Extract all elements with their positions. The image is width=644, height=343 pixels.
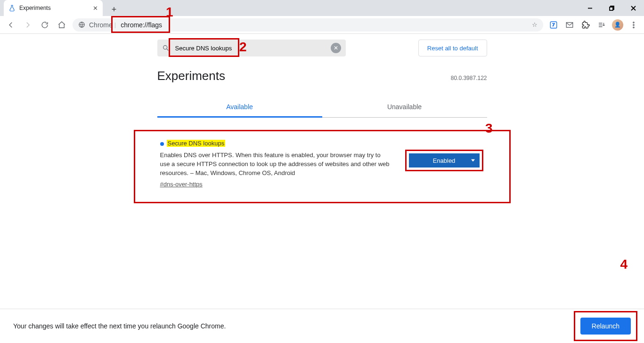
flag-modified-dot-icon <box>160 142 164 146</box>
site-info-icon <box>78 21 85 28</box>
flag-description: Enables DNS over HTTPS. When this featur… <box>160 151 390 178</box>
window-controls <box>579 0 644 16</box>
flags-search-box[interactable]: ✕ <box>157 40 346 56</box>
svg-point-6 <box>633 27 634 28</box>
svg-point-5 <box>633 24 634 25</box>
nav-reload[interactable] <box>37 17 53 33</box>
flag-state-label: Enabled <box>433 157 456 164</box>
chrome-menu[interactable] <box>626 17 641 33</box>
omnibox-url: chrome://flags <box>121 21 162 29</box>
svg-rect-0 <box>610 7 613 10</box>
new-tab-button[interactable]: + <box>107 3 121 16</box>
browser-tab-strip: Experiments ✕ + <box>0 0 644 16</box>
nav-forward <box>20 17 36 33</box>
clear-search-icon[interactable]: ✕ <box>331 43 341 53</box>
extensions-icon[interactable] <box>578 17 593 33</box>
nav-back[interactable] <box>3 17 19 33</box>
window-close[interactable] <box>622 0 644 16</box>
browser-tab[interactable]: Experiments ✕ <box>4 0 103 16</box>
restart-message: Your changes will take effect the next t… <box>13 322 226 330</box>
flag-description-block: Secure DNS lookups Enables DNS over HTTP… <box>160 139 390 189</box>
flag-title: Secure DNS lookups <box>167 140 226 147</box>
flags-search-input[interactable] <box>174 44 326 52</box>
reset-all-button[interactable]: Reset all to default <box>418 40 487 56</box>
flag-permalink[interactable]: #dns-over-https <box>160 180 203 189</box>
tab-available[interactable]: Available <box>157 97 322 118</box>
omnibox-row: Chrome | chrome://flags ☆ 👤 <box>0 16 644 34</box>
window-maximize[interactable] <box>601 0 622 16</box>
media-icon[interactable] <box>594 17 609 33</box>
svg-point-7 <box>163 46 167 49</box>
window-minimize[interactable] <box>579 0 601 16</box>
flag-tabs: Available Unavailable <box>157 97 487 118</box>
nav-home[interactable] <box>54 17 70 33</box>
bookmark-star-icon[interactable]: ☆ <box>532 21 538 28</box>
profile-avatar[interactable]: 👤 <box>610 17 625 33</box>
experiments-page: ✕ Reset all to default Experiments 80.0.… <box>0 34 644 309</box>
page-title: Experiments <box>157 69 226 83</box>
translate-icon[interactable] <box>546 17 561 33</box>
browser-tab-title: Experiments <box>19 5 89 11</box>
search-icon <box>162 44 170 52</box>
svg-point-4 <box>633 22 634 23</box>
omnibox-separator: | <box>114 21 116 28</box>
omnibox-origin: Chrome <box>89 21 113 29</box>
flask-icon <box>8 5 16 12</box>
gmail-icon[interactable] <box>562 17 577 33</box>
flag-state-dropdown[interactable]: Enabled <box>409 153 480 168</box>
annotation-number-4: 4 <box>620 257 628 272</box>
omnibox[interactable]: Chrome | chrome://flags ☆ <box>73 18 543 32</box>
tab-unavailable[interactable]: Unavailable <box>322 97 487 117</box>
flag-card: Secure DNS lookups Enables DNS over HTTP… <box>143 130 501 199</box>
relaunch-button[interactable]: Relaunch <box>580 318 631 335</box>
chrome-version: 80.0.3987.122 <box>451 75 487 81</box>
restart-bar: Your changes will take effect the next t… <box>0 309 644 343</box>
close-icon[interactable]: ✕ <box>93 5 98 12</box>
